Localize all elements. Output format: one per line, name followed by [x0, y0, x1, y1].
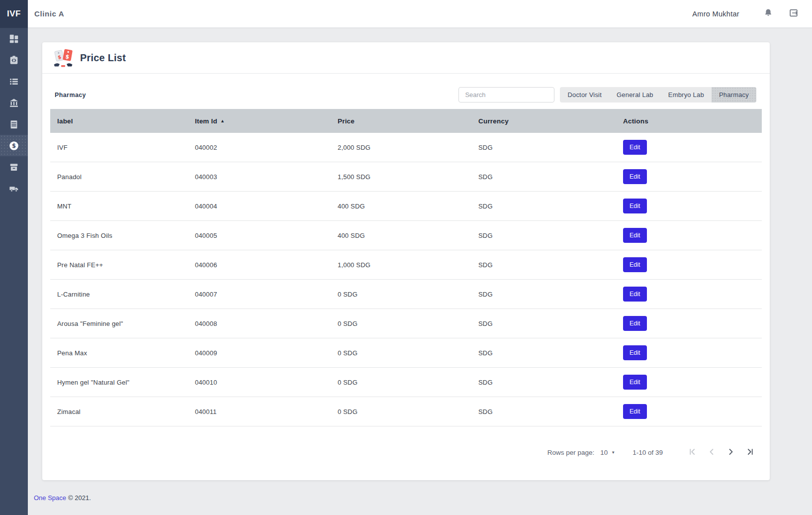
- sidebar-item-invoice[interactable]: [0, 113, 28, 135]
- tab-general-lab[interactable]: General Lab: [609, 87, 661, 103]
- table-row: Arousa "Feminine gel"0400080 SDGSDGEdit: [50, 309, 762, 338]
- cell-label: IVF: [50, 144, 188, 151]
- edit-button[interactable]: Edit: [623, 228, 647, 243]
- table-row: MNT040004400 SDGSDGEdit: [50, 192, 762, 221]
- last-page-icon: [745, 447, 755, 458]
- edit-button[interactable]: Edit: [623, 257, 647, 272]
- price-list-card: $ $ Price List Pharmacy Doctor VisitG: [42, 42, 770, 480]
- cell-item-id: 040010: [188, 379, 331, 386]
- sort-asc-icon: ▲: [220, 118, 225, 123]
- cell-label: L-Carnitine: [50, 291, 188, 298]
- edit-button[interactable]: Edit: [623, 375, 647, 390]
- caret-down-icon: ▼: [611, 450, 615, 455]
- sidebar-item-price-list[interactable]: $: [0, 135, 28, 156]
- app-logo[interactable]: IVF: [0, 0, 28, 28]
- topbar-right: Amro Mukhtar: [692, 7, 812, 20]
- svg-text:$: $: [12, 142, 16, 149]
- topbar: IVF Clinic A Amro Mukhtar: [0, 0, 812, 28]
- sidebar-item-dashboard[interactable]: [0, 28, 28, 49]
- clinic-name: Clinic A: [34, 9, 64, 18]
- cell-currency: SDG: [471, 203, 616, 210]
- controls-row: Pharmacy Doctor VisitGeneral LabEmbryo L…: [42, 87, 770, 103]
- search-input[interactable]: [458, 87, 554, 103]
- logout-icon: [788, 7, 799, 20]
- cell-price: 400 SDG: [331, 203, 471, 210]
- tab-pharmacy[interactable]: Pharmacy: [712, 87, 756, 103]
- cell-currency: SDG: [471, 232, 616, 239]
- sidebar-item-bank[interactable]: [0, 92, 28, 113]
- table-body: IVF0400022,000 SDGSDGEditPanadol0400031,…: [50, 133, 762, 426]
- cell-price: 0 SDG: [331, 291, 471, 298]
- table-row: IVF0400022,000 SDGSDGEdit: [50, 133, 762, 162]
- tab-doctor-visit[interactable]: Doctor Visit: [560, 87, 609, 103]
- cell-currency: SDG: [471, 349, 616, 357]
- tab-group: Doctor VisitGeneral LabEmbryo LabPharmac…: [560, 87, 756, 103]
- table-row: Pre Natal FE++0400061,000 SDGSDGEdit: [50, 250, 762, 280]
- column-header-label[interactable]: label: [50, 117, 188, 125]
- cell-currency: SDG: [471, 408, 616, 415]
- column-header-item-id[interactable]: Item Id▲: [188, 117, 331, 125]
- edit-button[interactable]: Edit: [623, 345, 647, 360]
- cell-item-id: 040008: [188, 320, 331, 327]
- sidebar-item-truck[interactable]: [0, 178, 28, 199]
- cell-actions: Edit: [616, 257, 762, 272]
- cell-actions: Edit: [616, 316, 762, 331]
- edit-button[interactable]: Edit: [623, 140, 647, 155]
- footer-link[interactable]: One Space: [34, 494, 66, 502]
- cell-label: Hymen gel "Natural Gel": [50, 379, 188, 386]
- first-page-button[interactable]: [686, 446, 698, 458]
- cell-currency: SDG: [471, 173, 616, 181]
- edit-button[interactable]: Edit: [623, 169, 647, 184]
- cell-price: 0 SDG: [331, 408, 471, 415]
- chevron-right-icon: [726, 447, 736, 458]
- cell-actions: Edit: [616, 287, 762, 302]
- rows-per-page-select[interactable]: 10 ▼: [600, 449, 615, 456]
- list-icon: [8, 76, 19, 87]
- logout-button[interactable]: [788, 7, 799, 20]
- page-nav: [679, 446, 756, 458]
- edit-button[interactable]: Edit: [623, 287, 647, 302]
- cell-item-id: 040009: [188, 349, 331, 357]
- page-title: Price List: [80, 52, 126, 64]
- previous-page-button[interactable]: [706, 446, 718, 458]
- sidebar-item-clipboard[interactable]: [0, 49, 28, 71]
- cell-label: Zimacal: [50, 408, 188, 415]
- table-row: L-Carnitine0400070 SDGSDGEdit: [50, 280, 762, 309]
- invoice-icon: [8, 119, 19, 130]
- cell-actions: Edit: [616, 199, 762, 213]
- cell-label: Pena Max: [50, 349, 188, 357]
- column-header-currency[interactable]: Currency: [471, 117, 616, 125]
- edit-button[interactable]: Edit: [623, 316, 647, 331]
- first-page-icon: [687, 447, 697, 458]
- main-content: $ $ Price List Pharmacy Doctor VisitG: [28, 28, 812, 515]
- cell-currency: SDG: [471, 144, 616, 151]
- user-name[interactable]: Amro Mukhtar: [692, 10, 739, 18]
- cell-actions: Edit: [616, 228, 762, 243]
- sidebar-item-archive[interactable]: [0, 156, 28, 178]
- footer-copyright: © 2021.: [68, 494, 91, 502]
- cell-currency: SDG: [471, 320, 616, 327]
- column-header-price[interactable]: Price: [331, 117, 471, 125]
- rows-per-page-label: Rows per page:: [547, 449, 595, 456]
- price-table: labelItem Id▲PriceCurrencyActions IVF040…: [50, 109, 762, 426]
- next-page-button[interactable]: [725, 446, 737, 458]
- last-page-button[interactable]: [744, 446, 756, 458]
- notifications-button[interactable]: [763, 8, 773, 19]
- column-header-actions[interactable]: Actions: [616, 117, 762, 125]
- cell-price: 0 SDG: [331, 320, 471, 327]
- cell-price: 400 SDG: [331, 232, 471, 239]
- edit-button[interactable]: Edit: [623, 404, 647, 419]
- cell-currency: SDG: [471, 291, 616, 298]
- table-row: Pena Max0400090 SDGSDGEdit: [50, 338, 762, 368]
- cell-label: Panadol: [50, 173, 188, 181]
- tab-embryo-lab[interactable]: Embryo Lab: [661, 87, 712, 103]
- table-row: Hymen gel "Natural Gel"0400100 SDGSDGEdi…: [50, 368, 762, 397]
- edit-button[interactable]: Edit: [623, 199, 647, 213]
- cell-item-id: 040005: [188, 232, 331, 239]
- bell-icon: [763, 8, 773, 19]
- sidebar-item-list[interactable]: [0, 71, 28, 92]
- card-header: $ $ Price List: [42, 42, 770, 74]
- pagination-range: 1-10 of 39: [632, 449, 663, 456]
- archive-icon: [8, 162, 19, 173]
- footer: One Space© 2021.: [34, 494, 812, 502]
